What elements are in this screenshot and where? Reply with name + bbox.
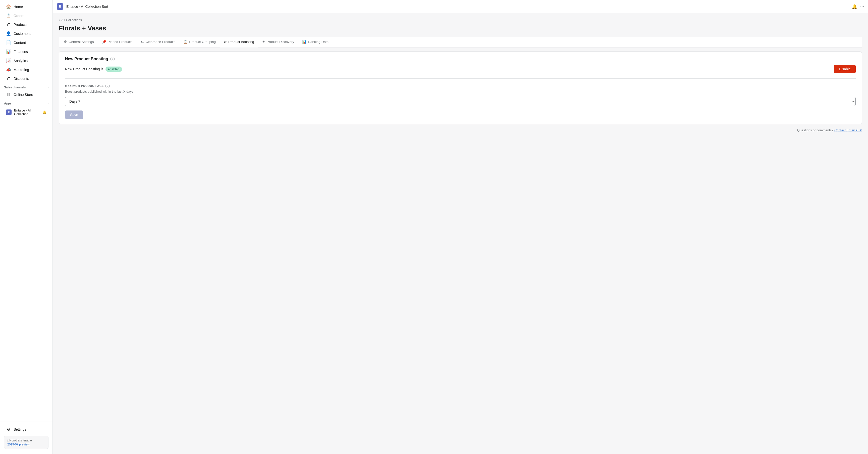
tab-general-settings-label: General Settings — [68, 40, 94, 44]
footer: Questions or comments? Contact Entaice! … — [59, 124, 862, 134]
topbar-title: Entaice - AI Collection Sort — [66, 4, 849, 8]
footer-link[interactable]: Contact Entaice! ↗ — [834, 128, 862, 132]
section-description: Boost products published within the last… — [65, 90, 856, 93]
customers-icon: 👤 — [6, 31, 11, 36]
section-label-text: MAXIMUM PRODUCT AGE — [65, 85, 104, 87]
disable-button[interactable]: Disable — [834, 65, 856, 73]
sidebar-item-marketing[interactable]: 📣 Marketing — [2, 65, 51, 74]
products-icon: 🏷 — [6, 22, 11, 27]
sidebar-item-discounts-label: Discounts — [13, 76, 29, 80]
status-text: New Product Boosting is enabled — [65, 67, 122, 72]
ranking-data-icon: 📊 — [302, 40, 306, 44]
tab-product-grouping-label: Product Grouping — [189, 40, 216, 44]
days-select[interactable]: Days 7 Days 14 Days 30 Days 60 Days 90 — [65, 97, 856, 106]
footer-link-label: Contact Entaice! — [834, 128, 858, 132]
tab-product-discovery[interactable]: ✦ Product Discovery — [258, 37, 299, 47]
tab-product-discovery-label: Product Discovery — [267, 40, 294, 44]
online-store-icon: 🖥 — [6, 92, 11, 97]
status-text-label: New Product Boosting is — [65, 67, 103, 71]
general-settings-icon: ⚙ — [64, 40, 67, 44]
breadcrumb-arrow: ‹ — [59, 18, 60, 22]
sidebar-item-customers[interactable]: 👤 Customers — [2, 29, 51, 38]
finances-icon: 📊 — [6, 49, 11, 54]
content-area: E Entaice - AI Collection Sort 🔔 ··· ‹ A… — [53, 0, 868, 454]
content-icon: 📄 — [6, 40, 11, 45]
tabs: ⚙ General Settings 📌 Pinned Products 🏷 C… — [59, 37, 862, 47]
sales-channels-chevron: › — [48, 86, 49, 89]
home-icon: 🏠 — [6, 4, 11, 9]
entaice-bell-icon[interactable]: 🔔 — [42, 110, 46, 114]
tab-clearance-products[interactable]: 🏷 Clearance Products — [136, 37, 180, 47]
card-help-icon[interactable]: ? — [110, 57, 115, 61]
product-discovery-icon: ✦ — [262, 40, 265, 44]
section-label: MAXIMUM PRODUCT AGE ? — [65, 84, 856, 88]
card-title: New Product Boosting — [65, 57, 108, 61]
topbar-more-icon[interactable]: ··· — [860, 4, 864, 9]
discounts-icon: 🏷 — [6, 76, 11, 81]
sidebar-item-online-store[interactable]: 🖥 Online Store — [2, 90, 51, 99]
info-icon: ℹ — [7, 439, 8, 442]
tab-ranking-data-label: Ranking Data — [308, 40, 329, 44]
orders-icon: 📋 — [6, 13, 11, 18]
page-content: ‹ All Collections Florals + Vases ⚙ Gene… — [53, 13, 868, 454]
sidebar-item-finances-label: Finances — [13, 50, 28, 54]
topbar-icons: 🔔 ··· — [852, 4, 864, 9]
entaice-app-icon: E — [6, 109, 11, 115]
tab-product-boosting[interactable]: ⊕ Product Boosting — [220, 37, 258, 47]
non-transferable-link[interactable]: 2019-07 preview — [7, 443, 45, 446]
pinned-products-icon: 📌 — [102, 40, 106, 44]
apps-label: Apps — [4, 102, 11, 105]
external-link-icon: ↗ — [859, 128, 862, 132]
sidebar-item-online-store-label: Online Store — [13, 93, 33, 97]
tab-ranking-data[interactable]: 📊 Ranking Data — [298, 37, 333, 47]
settings-item[interactable]: ⚙ Settings — [2, 425, 51, 434]
sidebar-item-products-label: Products — [13, 23, 27, 27]
sidebar-item-analytics-label: Analytics — [13, 59, 28, 63]
settings-icon: ⚙ — [6, 427, 11, 432]
status-row: New Product Boosting is enabled Disable — [65, 65, 856, 73]
marketing-icon: 📣 — [6, 67, 11, 72]
non-transferable-box: ℹ Non-transferable 2019-07 preview — [4, 436, 49, 449]
sidebar-bottom: ⚙ Settings ℹ Non-transferable 2019-07 pr… — [0, 422, 53, 454]
sidebar-item-customers-label: Customers — [13, 32, 31, 36]
topbar: E Entaice - AI Collection Sort 🔔 ··· — [53, 0, 868, 13]
settings-label: Settings — [13, 427, 26, 431]
product-grouping-icon: 📋 — [183, 40, 188, 44]
sidebar-item-products[interactable]: 🏷 Products — [2, 20, 51, 29]
breadcrumb[interactable]: ‹ All Collections — [59, 18, 862, 22]
sidebar: 🏠 Home 📋 Orders 🏷 Products 👤 Customers 📄… — [0, 0, 53, 454]
sidebar-item-home[interactable]: 🏠 Home — [2, 2, 51, 11]
status-badge: enabled — [105, 67, 122, 72]
sidebar-nav: 🏠 Home 📋 Orders 🏷 Products 👤 Customers 📄… — [0, 0, 53, 422]
sidebar-item-orders[interactable]: 📋 Orders — [2, 11, 51, 20]
sidebar-item-home-label: Home — [13, 5, 23, 9]
sidebar-item-discounts[interactable]: 🏷 Discounts — [2, 74, 51, 83]
footer-text: Questions or comments? — [797, 128, 834, 132]
page-title: Florals + Vases — [59, 24, 862, 32]
save-button[interactable]: Save — [65, 110, 83, 119]
sidebar-item-finances[interactable]: 📊 Finances — [2, 47, 51, 56]
analytics-icon: 📈 — [6, 58, 11, 63]
sidebar-item-content-label: Content — [13, 41, 26, 45]
sidebar-item-orders-label: Orders — [13, 14, 24, 18]
section-help-icon[interactable]: ? — [105, 84, 110, 88]
sidebar-item-marketing-label: Marketing — [13, 68, 29, 72]
tab-pinned-products-label: Pinned Products — [108, 40, 133, 44]
topbar-bell-icon[interactable]: 🔔 — [852, 4, 857, 9]
sidebar-item-content[interactable]: 📄 Content — [2, 38, 51, 47]
product-boosting-card: New Product Boosting ? New Product Boost… — [59, 52, 862, 124]
sidebar-item-analytics[interactable]: 📈 Analytics — [2, 56, 51, 65]
apps-header[interactable]: Apps › — [0, 99, 53, 106]
breadcrumb-label: All Collections — [61, 18, 82, 22]
sidebar-item-entaice[interactable]: E Entaice - AI Collection... 🔔 — [2, 106, 51, 118]
tab-product-grouping[interactable]: 📋 Product Grouping — [179, 37, 220, 47]
tab-general-settings[interactable]: ⚙ General Settings — [60, 37, 98, 47]
sales-channels-header[interactable]: Sales channels › — [0, 83, 53, 90]
clearance-products-icon: 🏷 — [141, 40, 144, 44]
tab-pinned-products[interactable]: 📌 Pinned Products — [98, 37, 136, 47]
entaice-app-label: Entaice - AI Collection... — [14, 108, 40, 116]
sales-channels-label: Sales channels — [4, 86, 26, 89]
tab-product-boosting-label: Product Boosting — [228, 40, 254, 44]
tab-clearance-products-label: Clearance Products — [146, 40, 176, 44]
topbar-app-icon: E — [57, 3, 63, 10]
